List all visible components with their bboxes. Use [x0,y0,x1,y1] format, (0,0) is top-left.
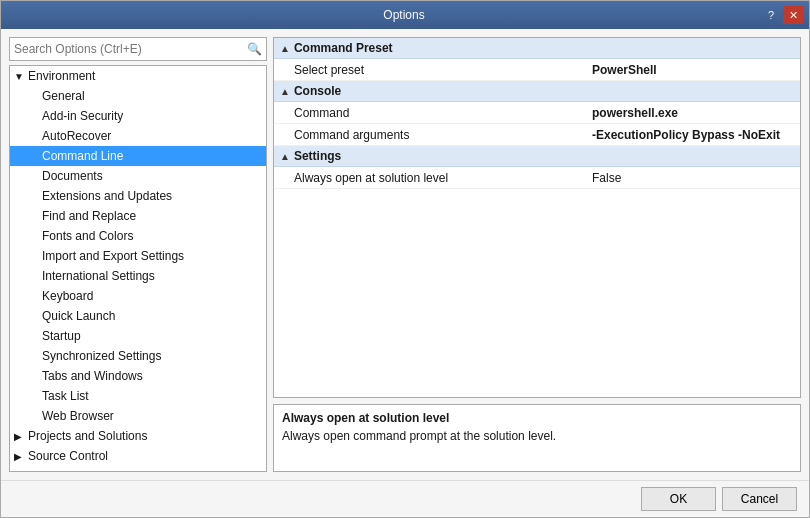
tree-item-label: Text Editor [28,469,85,472]
right-panel: ▲Command Preset Select preset PowerShell… [273,37,801,472]
options-dialog: Options ? ✕ 🔍 ▼EnvironmentGeneralAdd-in … [0,0,810,518]
tree-item-find-replace[interactable]: Find and Replace [10,206,266,226]
section-arrow: ▲ [280,43,290,54]
tree-item-label: Documents [42,169,103,183]
section-title: Console [294,84,341,98]
options-row: Command powershell.exe [274,102,800,124]
section-arrow: ▲ [280,151,290,162]
options-row: Always open at solution level False [274,167,800,189]
option-label: Select preset [294,63,592,77]
tree-item-autorecover[interactable]: AutoRecover [10,126,266,146]
option-value: powershell.exe [592,106,792,120]
tree-item-general[interactable]: General [10,86,266,106]
description-title: Always open at solution level [282,411,792,425]
tree-item-label: Projects and Solutions [28,429,147,443]
expand-arrow: ▶ [14,471,28,473]
tree-item-label: Synchronized Settings [42,349,161,363]
description-area: Always open at solution level Always ope… [273,404,801,472]
tree-item-label: Tabs and Windows [42,369,143,383]
tree-item-environment[interactable]: ▼Environment [10,66,266,86]
tree-item-web-browser[interactable]: Web Browser [10,406,266,426]
dialog-title: Options [47,8,761,22]
options-area: ▲Command Preset Select preset PowerShell… [273,37,801,398]
tree-item-extensions-updates[interactable]: Extensions and Updates [10,186,266,206]
tree-item-label: Quick Launch [42,309,115,323]
section-header-settings: ▲Settings [274,146,800,167]
tree-item-international[interactable]: International Settings [10,266,266,286]
tree-item-label: Extensions and Updates [42,189,172,203]
tree-item-label: Command Line [42,149,123,163]
tree-panel[interactable]: ▼EnvironmentGeneralAdd-in SecurityAutoRe… [9,65,267,472]
section-header-console: ▲Console [274,81,800,102]
option-label: Command arguments [294,128,592,142]
tree-item-label: Task List [42,389,89,403]
main-area: 🔍 ▼EnvironmentGeneralAdd-in SecurityAuto… [1,29,809,480]
options-row: Select preset PowerShell [274,59,800,81]
section-header-command-preset: ▲Command Preset [274,38,800,59]
search-input[interactable] [14,42,247,56]
title-bar: Options ? ✕ [1,1,809,29]
tree-item-addin-security[interactable]: Add-in Security [10,106,266,126]
tree-item-label: Web Browser [42,409,114,423]
tree-item-projects-solutions[interactable]: ▶Projects and Solutions [10,426,266,446]
tree-item-sync-settings[interactable]: Synchronized Settings [10,346,266,366]
tree-item-label: Add-in Security [42,109,123,123]
tree-item-label: Find and Replace [42,209,136,223]
tree-item-label: General [42,89,85,103]
search-icon: 🔍 [247,42,262,56]
tree-item-label: Keyboard [42,289,93,303]
section-title: Command Preset [294,41,393,55]
tree-item-command-line[interactable]: Command Line [10,146,266,166]
tree-item-label: AutoRecover [42,129,111,143]
tree-item-label: Startup [42,329,81,343]
search-box[interactable]: 🔍 [9,37,267,61]
description-text: Always open command prompt at the soluti… [282,429,792,443]
section-arrow: ▲ [280,86,290,97]
tree-item-fonts-colors[interactable]: Fonts and Colors [10,226,266,246]
option-label: Command [294,106,592,120]
dialog-body: 🔍 ▼EnvironmentGeneralAdd-in SecurityAuto… [1,29,809,517]
expand-arrow: ▶ [14,451,28,462]
left-panel: 🔍 ▼EnvironmentGeneralAdd-in SecurityAuto… [9,37,267,472]
option-value: PowerShell [592,63,792,77]
tree-item-startup[interactable]: Startup [10,326,266,346]
ok-button[interactable]: OK [641,487,716,511]
close-button[interactable]: ✕ [783,6,803,24]
tree-item-label: Import and Export Settings [42,249,184,263]
help-button[interactable]: ? [761,6,781,24]
section-title: Settings [294,149,341,163]
tree-item-text-editor[interactable]: ▶Text Editor [10,466,266,472]
expand-arrow: ▶ [14,431,28,442]
option-label: Always open at solution level [294,171,592,185]
option-value: -ExecutionPolicy Bypass -NoExit [592,128,792,142]
tree-item-tabs-windows[interactable]: Tabs and Windows [10,366,266,386]
footer: OK Cancel [1,480,809,517]
tree-item-source-control[interactable]: ▶Source Control [10,446,266,466]
tree-item-label: International Settings [42,269,155,283]
title-bar-controls: ? ✕ [761,6,803,24]
tree-item-label: Environment [28,69,95,83]
tree-item-task-list[interactable]: Task List [10,386,266,406]
tree-item-keyboard[interactable]: Keyboard [10,286,266,306]
tree-item-import-export[interactable]: Import and Export Settings [10,246,266,266]
cancel-button[interactable]: Cancel [722,487,797,511]
option-value: False [592,171,792,185]
expand-arrow: ▼ [14,71,28,82]
tree-item-label: Fonts and Colors [42,229,133,243]
tree-item-quick-launch[interactable]: Quick Launch [10,306,266,326]
options-row: Command arguments -ExecutionPolicy Bypas… [274,124,800,146]
tree-item-documents[interactable]: Documents [10,166,266,186]
tree-item-label: Source Control [28,449,108,463]
